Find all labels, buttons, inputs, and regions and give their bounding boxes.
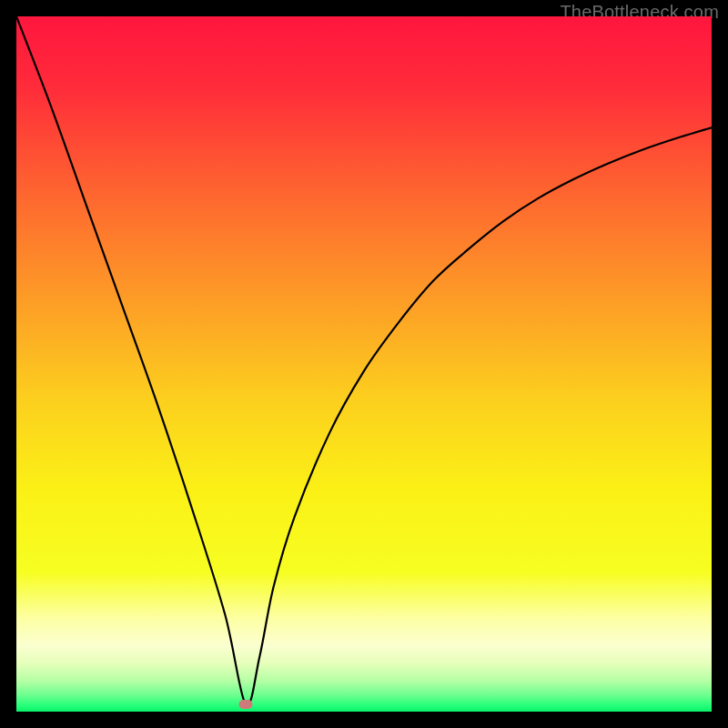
plot-area bbox=[16, 16, 712, 712]
bottleneck-curve bbox=[16, 16, 712, 705]
chart-frame bbox=[16, 16, 712, 712]
curve-layer bbox=[16, 16, 712, 712]
optimum-marker bbox=[239, 700, 253, 709]
